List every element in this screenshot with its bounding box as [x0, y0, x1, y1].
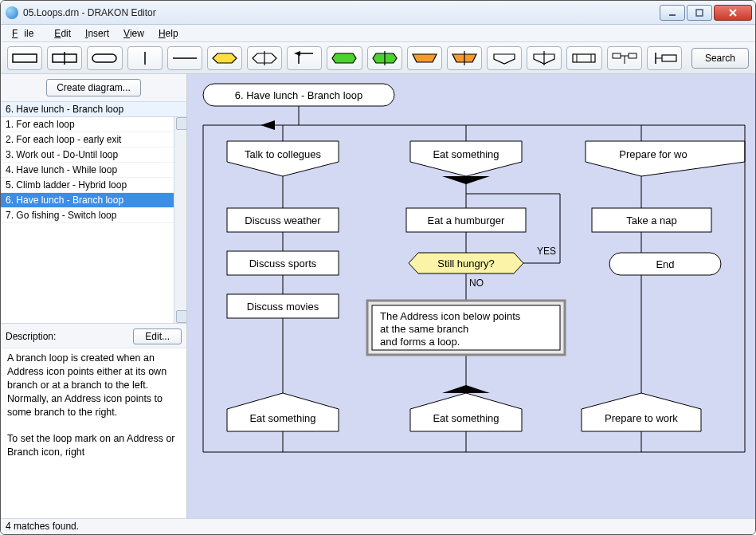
tool-tree-icon[interactable] — [607, 46, 642, 70]
list-item[interactable]: 1. For each loop — [1, 117, 186, 132]
svg-text:Talk to collegues: Talk to collegues — [245, 148, 322, 160]
sidebar: Create diagram... 6. Have lunch - Branch… — [1, 74, 187, 518]
svg-rect-7 — [92, 54, 116, 62]
tool-action-split-icon[interactable] — [47, 46, 82, 70]
maximize-button[interactable] — [687, 5, 712, 21]
comment-box[interactable]: The Address icon below points at the sam… — [367, 301, 565, 355]
create-diagram-button[interactable]: Create diagram... — [46, 79, 141, 96]
action-box[interactable]: Discuss movies — [227, 294, 339, 318]
window-controls — [658, 5, 752, 21]
branch-header[interactable]: Talk to collegues — [227, 141, 339, 176]
list-item[interactable]: 4. Have lunch - While loop — [1, 163, 186, 178]
menu-file[interactable]: File — [6, 26, 46, 41]
question-box[interactable]: Still hungry? YES NO — [409, 246, 556, 289]
tool-module-icon[interactable] — [566, 46, 601, 70]
svg-marker-70 — [442, 385, 490, 393]
tool-vline-icon[interactable] — [127, 46, 163, 70]
svg-marker-53 — [442, 176, 490, 184]
address-box[interactable]: Prepare to work — [582, 393, 701, 431]
list-item[interactable]: 7. Go fishing - Switch loop — [1, 208, 186, 223]
list-item[interactable]: 2. For each loop - early exit — [1, 132, 186, 148]
app-icon — [6, 6, 18, 19]
edit-description-button[interactable]: Edit... — [133, 328, 182, 344]
diagram-canvas[interactable]: 6. Have lunch - Branch loop Talk to coll… — [187, 74, 755, 518]
svg-text:Prepare for wo: Prepare for wo — [619, 148, 687, 160]
svg-marker-17 — [413, 54, 437, 62]
svg-rect-4 — [13, 54, 37, 62]
status-text: 4 matches found. — [6, 521, 79, 532]
diagram-title[interactable]: 6. Have lunch - Branch loop — [203, 84, 394, 106]
action-box[interactable]: Discuss sports — [227, 251, 339, 275]
menu-help[interactable]: Help — [152, 26, 185, 41]
svg-marker-20 — [494, 54, 515, 64]
svg-text:End: End — [656, 258, 674, 270]
window-title: 05.Loops.drn - DRAKON Editor — [23, 7, 658, 18]
svg-text:and forms a loop.: and forms a loop. — [380, 336, 460, 348]
svg-text:Eat something: Eat something — [249, 412, 315, 424]
list-item[interactable]: 5. Climb ladder - Hybrid loop — [1, 178, 186, 193]
address-box[interactable]: Eat something — [410, 385, 522, 431]
svg-text:NO: NO — [469, 277, 484, 289]
svg-text:at the same branch: at the same branch — [380, 323, 468, 335]
client-area: Create diagram... 6. Have lunch - Branch… — [1, 74, 755, 518]
list-scrollbar[interactable] — [174, 117, 186, 323]
svg-text:Take a nap: Take a nap — [626, 214, 677, 226]
tool-loop-icon[interactable] — [647, 46, 682, 70]
svg-marker-10 — [213, 53, 237, 63]
svg-marker-13 — [294, 51, 300, 56]
tool-begin-mark-icon[interactable] — [367, 46, 402, 70]
svg-text:Discuss weather: Discuss weather — [245, 214, 321, 226]
description-text: A branch loop is created when an Address… — [1, 348, 186, 518]
tool-question-alt-icon[interactable] — [247, 46, 282, 70]
svg-text:Eat a humburger: Eat a humburger — [428, 214, 506, 226]
list-item-selected[interactable]: 6. Have lunch - Branch loop — [1, 193, 186, 208]
tool-begin-icon[interactable] — [327, 46, 362, 70]
close-button[interactable] — [714, 5, 752, 21]
svg-text:The Address icon below points: The Address icon below points — [380, 310, 521, 322]
svg-text:Eat something: Eat something — [433, 148, 499, 160]
svg-rect-23 — [573, 54, 595, 62]
search-button[interactable]: Search — [691, 48, 749, 69]
menu-view[interactable]: View — [117, 26, 151, 41]
tool-back-arrow-icon[interactable] — [287, 46, 322, 70]
svg-text:6. Have lunch - Branch loop: 6. Have lunch - Branch loop — [235, 89, 362, 101]
branch-header[interactable]: Eat something — [410, 141, 522, 184]
list-item[interactable]: 3. Work out - Do-Until loop — [1, 148, 186, 163]
toolbar: Search — [1, 42, 755, 74]
title-bar: 05.Loops.drn - DRAKON Editor — [1, 1, 755, 25]
svg-text:Discuss movies: Discuss movies — [247, 301, 319, 313]
svg-text:Eat something: Eat something — [433, 412, 499, 424]
menu-bar: File Edit Insert View Help — [1, 25, 755, 42]
menu-insert[interactable]: Insert — [79, 26, 116, 41]
tool-output-icon[interactable] — [487, 46, 522, 70]
app-window: 05.Loops.drn - DRAKON Editor File Edit I… — [0, 0, 756, 535]
branch-header[interactable]: Prepare for wo — [586, 141, 745, 176]
svg-rect-27 — [629, 53, 637, 58]
tool-question-icon[interactable] — [207, 46, 242, 70]
minimize-button[interactable] — [660, 5, 685, 21]
end-terminator[interactable]: End — [609, 253, 721, 275]
tool-case-alt-icon[interactable] — [447, 46, 482, 70]
tool-action-icon[interactable] — [7, 46, 42, 70]
svg-text:YES: YES — [537, 246, 556, 257]
tool-terminator-icon[interactable] — [87, 46, 122, 70]
svg-marker-14 — [332, 53, 356, 63]
description-label: Description: — [6, 331, 127, 342]
svg-rect-31 — [662, 55, 676, 61]
svg-text:Still hungry?: Still hungry? — [437, 258, 495, 269]
action-box[interactable]: Take a nap — [592, 208, 711, 232]
address-box[interactable]: Eat something — [227, 393, 339, 431]
action-box[interactable]: Discuss weather — [227, 208, 339, 232]
svg-text:Discuss sports: Discuss sports — [249, 258, 317, 269]
svg-marker-39 — [260, 120, 275, 130]
tool-input-icon[interactable] — [527, 46, 562, 70]
action-box[interactable]: Eat a humburger — [406, 208, 526, 232]
tool-case-icon[interactable] — [407, 46, 442, 70]
status-bar: 4 matches found. — [1, 518, 755, 534]
svg-rect-26 — [613, 53, 621, 58]
tool-hline-icon[interactable] — [167, 46, 202, 70]
svg-text:Prepare to work: Prepare to work — [605, 412, 678, 424]
svg-rect-1 — [696, 10, 703, 16]
diagram-list[interactable]: 1. For each loop 2. For each loop - earl… — [1, 117, 186, 323]
menu-edit[interactable]: Edit — [48, 26, 77, 41]
